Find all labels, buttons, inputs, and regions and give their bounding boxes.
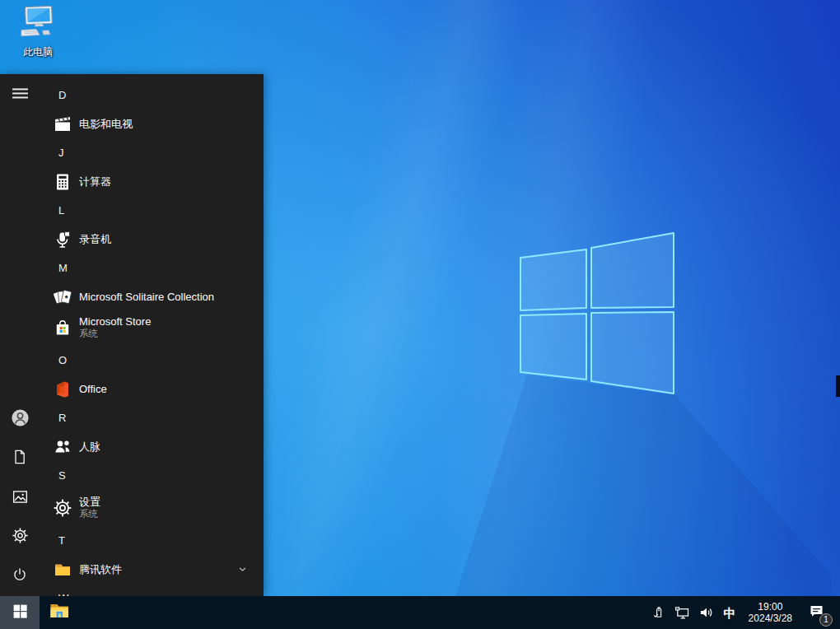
pictures-icon <box>12 488 29 509</box>
system-tray: 中 19:00 2024/3/28 1 <box>651 596 840 629</box>
section-letter: L <box>58 204 64 217</box>
app-label: Microsoft Store <box>79 315 151 328</box>
desktop-icon-this-pc[interactable]: 此电脑 <box>7 5 69 68</box>
voice-recorder-icon <box>53 230 72 249</box>
start-menu-rail <box>0 74 40 596</box>
taskbar-empty-area <box>79 596 651 629</box>
settings-gear-icon <box>53 498 72 518</box>
app-item[interactable]: 腾讯软件 <box>40 556 264 583</box>
app-item[interactable]: 人脉 <box>40 433 264 460</box>
section-letter: J <box>58 147 64 159</box>
app-label: 人脉 <box>79 440 100 454</box>
app-sublabel: 系统 <box>79 328 151 340</box>
hamburger-icon <box>12 85 29 105</box>
calculator-icon <box>53 172 72 192</box>
app-list: D电影和电视J计算器L录音机M♠Microsoft Solitaire Coll… <box>40 74 264 596</box>
app-sublabel: 系统 <box>79 509 100 520</box>
document-icon <box>12 449 28 468</box>
app-label: Office <box>79 383 107 396</box>
ime-indicator[interactable]: 中 <box>722 607 738 619</box>
app-item[interactable]: 计算器 <box>40 168 264 195</box>
gear-outline-icon <box>12 527 29 547</box>
app-label: 计算器 <box>79 175 111 189</box>
app-item[interactable]: Office <box>40 375 264 403</box>
app-section-J[interactable]: J <box>40 137 264 168</box>
app-item[interactable]: 设置系统 <box>40 491 264 525</box>
start-menu: D电影和电视J计算器L录音机M♠Microsoft Solitaire Coll… <box>0 74 264 596</box>
section-letter: R <box>58 412 66 424</box>
app-section-M[interactable]: M <box>40 253 264 283</box>
desktop-icon-label: 此电脑 <box>23 45 53 59</box>
movies-tv-icon <box>53 114 72 134</box>
power-icon <box>12 566 28 586</box>
app-label: Microsoft Solitaire Collection <box>79 291 214 304</box>
office-icon <box>53 380 72 399</box>
store-icon <box>53 318 72 338</box>
section-letter: T <box>58 534 65 547</box>
pictures-button[interactable] <box>0 482 40 515</box>
app-section-R[interactable]: R <box>40 403 264 433</box>
people-icon <box>53 437 72 457</box>
clock-time: 19:00 <box>749 601 792 613</box>
taskbar-clock[interactable]: 19:00 2024/3/28 <box>745 601 796 624</box>
volume-icon[interactable] <box>698 604 715 621</box>
file-explorer-icon <box>49 600 70 625</box>
app-label: 录音机 <box>79 233 111 246</box>
menu-button[interactable] <box>0 78 40 111</box>
app-section-S[interactable]: S <box>40 460 264 491</box>
app-item[interactable]: ♠Microsoft Solitaire Collection <box>40 283 264 310</box>
app-label: 腾讯软件 <box>79 563 122 576</box>
solitaire-icon: ♠ <box>53 287 72 307</box>
section-letter: M <box>58 262 68 274</box>
notification-badge: 1 <box>819 613 833 627</box>
settings-button[interactable] <box>0 520 40 553</box>
app-section-L[interactable]: L <box>40 195 264 226</box>
cursor-artifact <box>836 375 840 397</box>
user-icon <box>11 408 30 431</box>
folder-icon <box>53 560 72 580</box>
section-letter: O <box>58 354 67 366</box>
app-label: 电影和电视 <box>79 118 133 131</box>
usb-eject-icon[interactable] <box>651 605 666 621</box>
network-icon[interactable] <box>674 604 691 622</box>
chevron-down-icon <box>236 563 249 575</box>
start-button[interactable] <box>0 596 40 629</box>
section-letter: D <box>58 89 66 101</box>
app-label: 设置 <box>79 496 100 509</box>
app-section-O[interactable]: O <box>40 345 264 375</box>
app-item[interactable]: 电影和电视 <box>40 110 264 137</box>
start-icon <box>12 603 29 623</box>
app-section-T[interactable]: T <box>40 525 264 556</box>
power-button[interactable] <box>0 560 40 593</box>
app-item[interactable]: Microsoft Store系统 <box>40 310 264 345</box>
app-item[interactable]: 录音机 <box>40 226 264 253</box>
file-explorer-button[interactable] <box>40 596 79 629</box>
documents-button[interactable] <box>0 442 40 475</box>
app-section-W[interactable]: W <box>40 583 264 596</box>
section-letter: S <box>58 469 66 482</box>
user-button[interactable] <box>0 403 40 436</box>
taskbar: 中 19:00 2024/3/28 1 <box>0 596 840 629</box>
computer-icon <box>18 5 58 44</box>
app-section-D[interactable]: D <box>40 80 264 110</box>
clock-date: 2024/3/28 <box>749 613 792 624</box>
action-center-button[interactable]: 1 <box>808 603 825 623</box>
